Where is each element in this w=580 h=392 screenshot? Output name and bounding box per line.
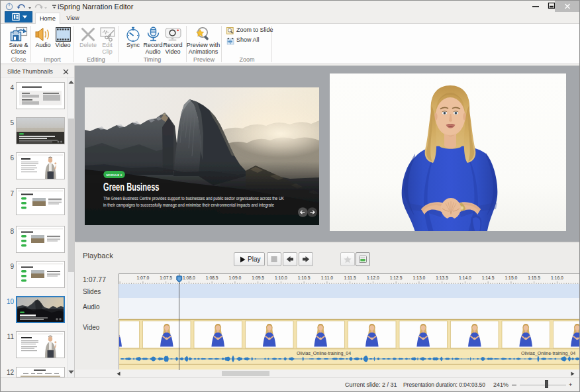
svg-text:Olivias_Online-training_04: Olivias_Online-training_04 [297, 351, 351, 356]
svg-text:Olivias_Online-training_04: Olivias_Online-training_04 [521, 351, 575, 356]
svg-text:MODULE 6: MODULE 6 [107, 173, 122, 177]
svg-text:in their campaigns to successf: in their campaigns to successfully manag… [103, 203, 274, 208]
svg-text:The Green Business Centre prov: The Green Business Centre provides suppo… [103, 196, 284, 201]
svg-text:Green Business: Green Business [103, 181, 160, 193]
